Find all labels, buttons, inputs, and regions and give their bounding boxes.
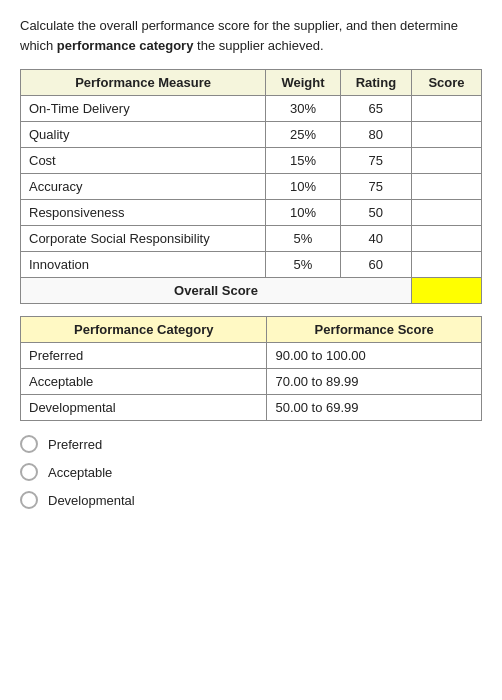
- measure-cell: Innovation: [21, 252, 266, 278]
- weight-cell: 30%: [266, 96, 341, 122]
- measure-cell: On-Time Delivery: [21, 96, 266, 122]
- list-item: Preferred 90.00 to 100.00: [21, 343, 482, 369]
- radio-label: Acceptable: [48, 465, 112, 480]
- measure-cell: Cost: [21, 148, 266, 174]
- score-cell: [412, 148, 482, 174]
- measure-cell: Corporate Social Responsibility: [21, 226, 266, 252]
- measure-cell: Quality: [21, 122, 266, 148]
- cat-col-header-category: Performance Category: [21, 317, 267, 343]
- table-row: Responsiveness 10% 50: [21, 200, 482, 226]
- radio-circle[interactable]: [20, 491, 38, 509]
- score-cell: [412, 174, 482, 200]
- score-cell: [412, 226, 482, 252]
- score-range-cell: 70.00 to 89.99: [267, 369, 482, 395]
- score-cell: [412, 252, 482, 278]
- category-cell: Preferred: [21, 343, 267, 369]
- weight-cell: 10%: [266, 200, 341, 226]
- table-row: On-Time Delivery 30% 65: [21, 96, 482, 122]
- weight-cell: 25%: [266, 122, 341, 148]
- list-item: Acceptable 70.00 to 89.99: [21, 369, 482, 395]
- col-header-measure: Performance Measure: [21, 70, 266, 96]
- overall-label: Overall Score: [21, 278, 412, 304]
- weight-cell: 15%: [266, 148, 341, 174]
- table-row: Cost 15% 75: [21, 148, 482, 174]
- radio-circle[interactable]: [20, 435, 38, 453]
- measure-cell: Accuracy: [21, 174, 266, 200]
- table-row: Accuracy 10% 75: [21, 174, 482, 200]
- radio-label: Preferred: [48, 437, 102, 452]
- weight-cell: 10%: [266, 174, 341, 200]
- score-cell: [412, 122, 482, 148]
- category-cell: Developmental: [21, 395, 267, 421]
- score-cell: [412, 200, 482, 226]
- col-header-weight: Weight: [266, 70, 341, 96]
- category-cell: Acceptable: [21, 369, 267, 395]
- score-range-cell: 90.00 to 100.00: [267, 343, 482, 369]
- table-row: Corporate Social Responsibility 5% 40: [21, 226, 482, 252]
- radio-item[interactable]: Preferred: [20, 435, 482, 453]
- rating-cell: 50: [340, 200, 411, 226]
- col-header-score: Score: [412, 70, 482, 96]
- rating-cell: 60: [340, 252, 411, 278]
- intro-paragraph: Calculate the overall performance score …: [20, 16, 482, 55]
- radio-label: Developmental: [48, 493, 135, 508]
- score-cell: [412, 96, 482, 122]
- radio-section: Preferred Acceptable Developmental: [20, 435, 482, 509]
- measure-cell: Responsiveness: [21, 200, 266, 226]
- radio-circle[interactable]: [20, 463, 38, 481]
- category-table: Performance Category Performance Score P…: [20, 316, 482, 421]
- weight-cell: 5%: [266, 226, 341, 252]
- table-row: Innovation 5% 60: [21, 252, 482, 278]
- table-row: Quality 25% 80: [21, 122, 482, 148]
- overall-score-cell: [412, 278, 482, 304]
- list-item: Developmental 50.00 to 69.99: [21, 395, 482, 421]
- radio-item[interactable]: Acceptable: [20, 463, 482, 481]
- rating-cell: 40: [340, 226, 411, 252]
- rating-cell: 75: [340, 174, 411, 200]
- score-range-cell: 50.00 to 69.99: [267, 395, 482, 421]
- rating-cell: 75: [340, 148, 411, 174]
- performance-table: Performance Measure Weight Rating Score …: [20, 69, 482, 304]
- rating-cell: 65: [340, 96, 411, 122]
- rating-cell: 80: [340, 122, 411, 148]
- weight-cell: 5%: [266, 252, 341, 278]
- cat-col-header-score: Performance Score: [267, 317, 482, 343]
- radio-item[interactable]: Developmental: [20, 491, 482, 509]
- col-header-rating: Rating: [340, 70, 411, 96]
